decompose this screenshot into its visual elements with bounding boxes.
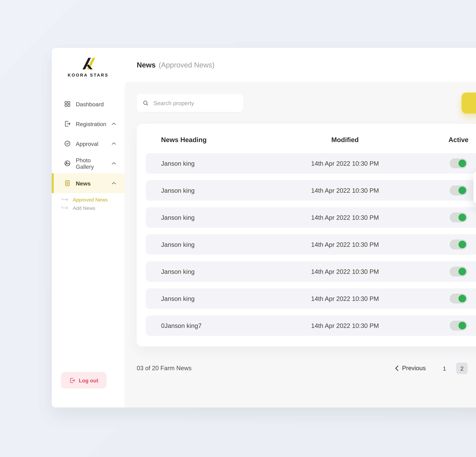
news-heading-cell: 0Janson king7 <box>146 322 275 329</box>
news-heading-cell: Janson king <box>146 241 275 248</box>
logout-label: Log out <box>79 377 98 383</box>
sidebar-item-news[interactable]: News <box>52 173 125 193</box>
page-numbers: 1 2 3 4 <box>439 363 476 374</box>
column-header-news-heading: News Heading <box>146 136 275 144</box>
add-news-button[interactable]: Add News <box>461 93 476 113</box>
main-area: News (Approved News) <box>125 48 476 407</box>
modified-cell: 14th Apr 2022 10:30 PM <box>275 160 415 167</box>
toggle-knob <box>459 268 466 275</box>
row-context-menu: Edit ✕ Delete <box>473 171 476 204</box>
top-bar: News (Approved News) <box>125 48 476 82</box>
toggle-knob <box>459 322 466 330</box>
news-heading-cell: Janson king <box>146 268 275 275</box>
submenu-item-approved-news[interactable]: Approved News <box>52 195 125 204</box>
pagination: Previous 1 2 3 4 Next <box>392 363 476 374</box>
news-heading-cell: Janson king <box>146 160 275 167</box>
page-number-1[interactable]: 1 <box>439 363 450 374</box>
logout-icon <box>69 377 75 383</box>
chevron-up-icon <box>111 142 116 145</box>
toolbar: Add News <box>137 93 476 113</box>
sidebar-item-label: Photo Gallery <box>76 157 107 170</box>
toggle-knob <box>459 295 466 302</box>
sidebar-menu: Dashboard Registration <box>52 94 125 212</box>
table-row: Janson king 14th Apr 2022 10:30 PM <box>146 180 476 201</box>
active-toggle[interactable] <box>450 158 467 168</box>
brand-logo: KOORA STARS <box>52 48 125 77</box>
news-heading-cell: Janson king <box>146 187 275 194</box>
previous-label: Previous <box>402 365 426 372</box>
active-toggle[interactable] <box>450 294 467 304</box>
modified-cell: 14th Apr 2022 10:30 PM <box>275 214 415 221</box>
app-window: KOORA STARS Dashboard <box>52 48 476 407</box>
active-toggle[interactable] <box>450 267 467 277</box>
sidebar-item-approval[interactable]: Approval <box>52 134 125 153</box>
page-number-3[interactable]: 3 <box>474 363 476 374</box>
active-toggle[interactable] <box>450 186 467 195</box>
koora-stars-logo-icon <box>79 56 97 71</box>
modified-cell: 14th Apr 2022 10:30 PM <box>275 187 415 194</box>
page-subtitle: (Approved News) <box>159 61 215 69</box>
tree-connector-icon <box>62 198 70 202</box>
sidebar: KOORA STARS Dashboard <box>52 48 125 407</box>
column-header-modified: Modified <box>275 136 415 144</box>
submenu-item-add-news[interactable]: Add News <box>52 204 125 212</box>
results-summary: 03 of 20 Farm News <box>137 365 192 372</box>
modified-cell: 14th Apr 2022 10:30 PM <box>275 241 415 248</box>
sidebar-item-label: Registration <box>76 120 107 127</box>
previous-page-button[interactable]: Previous <box>392 364 428 372</box>
submenu-item-label: Approved News <box>73 197 108 203</box>
sidebar-item-dashboard[interactable]: Dashboard <box>52 94 125 114</box>
sidebar-item-label: Approval <box>76 140 107 147</box>
registration-icon <box>64 120 71 127</box>
table-row: Janson king 14th Apr 2022 10:30 PM <box>146 234 476 255</box>
photo-gallery-icon <box>64 160 71 167</box>
search-icon <box>143 100 149 106</box>
approval-icon <box>64 140 71 147</box>
toggle-knob <box>459 214 466 221</box>
sidebar-item-photo-gallery[interactable]: Photo Gallery <box>52 153 125 173</box>
table-row: Janson king 14th Apr 2022 10:30 PM <box>146 261 476 282</box>
sidebar-item-label: Dashboard <box>76 101 116 107</box>
news-icon <box>64 180 71 186</box>
active-toggle[interactable] <box>450 212 467 222</box>
submenu-item-label: Add News <box>73 205 95 211</box>
toggle-knob <box>459 241 466 248</box>
search-input[interactable] <box>153 99 238 107</box>
table-row: Janson king 14th Apr 2022 10:30 PM <box>146 288 476 309</box>
modified-cell: 14th Apr 2022 10:30 PM <box>275 295 415 302</box>
tree-connector-icon <box>62 206 70 210</box>
chevron-up-icon <box>111 162 116 165</box>
sidebar-item-label: News <box>76 180 107 186</box>
table-row: 0Janson king7 14th Apr 2022 10:30 PM <box>146 315 476 336</box>
context-menu-edit[interactable]: Edit <box>473 175 476 186</box>
news-table: News Heading Modified Active Janson king… <box>137 124 476 347</box>
dashboard-icon <box>64 101 71 107</box>
context-menu-delete[interactable]: ✕ Delete <box>473 188 476 200</box>
active-toggle[interactable] <box>450 321 467 330</box>
page-background: KOORA STARS Dashboard <box>0 0 476 457</box>
news-submenu: Approved News Add News <box>52 195 125 212</box>
news-heading-cell: Janson king <box>146 295 275 302</box>
active-toggle[interactable] <box>450 239 467 249</box>
news-heading-cell: Janson king <box>146 214 275 221</box>
toggle-knob <box>459 186 466 194</box>
brand-name: KOORA STARS <box>68 73 109 77</box>
table-body: Janson king 14th Apr 2022 10:30 PM Janso… <box>146 153 476 336</box>
chevron-left-icon <box>394 365 399 371</box>
list-footer: 03 of 20 Farm News Previous 1 2 3 <box>137 363 476 385</box>
logout-button[interactable]: Log out <box>61 372 107 389</box>
chevron-up-icon <box>111 182 116 185</box>
page-number-2-active[interactable]: 2 <box>456 363 468 374</box>
content-area: Add News News Heading Modified Active Ja… <box>125 82 476 407</box>
modified-cell: 14th Apr 2022 10:30 PM <box>275 268 415 275</box>
chevron-up-icon <box>111 122 116 125</box>
table-row: Janson king 14th Apr 2022 10:30 PM <box>146 207 476 228</box>
toggle-knob <box>459 160 466 167</box>
sidebar-item-registration[interactable]: Registration <box>52 114 125 134</box>
modified-cell: 14th Apr 2022 10:30 PM <box>275 322 415 329</box>
column-header-active: Active <box>415 136 476 144</box>
search-box <box>137 94 243 112</box>
table-header-row: News Heading Modified Active <box>146 132 476 153</box>
table-row: Janson king 14th Apr 2022 10:30 PM <box>146 153 476 174</box>
page-title: News <box>137 61 156 69</box>
